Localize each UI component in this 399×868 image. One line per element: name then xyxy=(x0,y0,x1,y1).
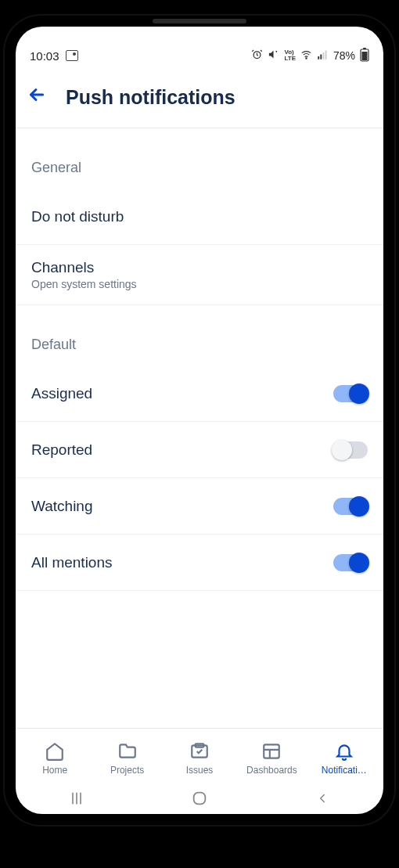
section-default: Default xyxy=(16,305,383,366)
row-assigned[interactable]: Assigned xyxy=(16,366,383,422)
app-header: Push notifications xyxy=(16,70,383,128)
issues-icon xyxy=(189,741,210,762)
sys-back-button[interactable] xyxy=(313,789,332,808)
dashboard-icon xyxy=(261,741,282,762)
svg-rect-8 xyxy=(363,48,366,49)
folder-icon xyxy=(117,741,138,762)
page-title: Push notifications xyxy=(66,86,235,109)
screenshot-icon xyxy=(66,50,78,61)
assigned-toggle[interactable] xyxy=(333,385,368,402)
row-dnd[interactable]: Do not disturb xyxy=(16,189,383,245)
back-icon[interactable] xyxy=(27,85,47,110)
svg-rect-3 xyxy=(320,55,322,59)
bottom-nav: Home Projects Issues Dashboards Notifica… xyxy=(16,728,383,783)
nav-projects-label: Projects xyxy=(110,765,144,776)
battery-icon xyxy=(360,48,369,64)
mute-icon xyxy=(268,49,279,63)
row-watching[interactable]: Watching xyxy=(16,478,383,535)
svg-point-1 xyxy=(306,58,307,59)
svg-rect-5 xyxy=(325,51,327,59)
battery-percent: 78% xyxy=(333,49,355,62)
nav-home[interactable]: Home xyxy=(19,741,91,776)
channels-label: Channels xyxy=(31,259,137,276)
svg-rect-4 xyxy=(322,52,324,59)
nav-issues-label: Issues xyxy=(186,765,214,776)
nav-home-label: Home xyxy=(42,765,67,776)
mentions-label: All mentions xyxy=(31,554,113,571)
status-bar: 10:03 Vo)LTE 78% xyxy=(16,41,383,70)
nav-issues[interactable]: Issues xyxy=(164,741,235,776)
home-icon xyxy=(45,741,65,762)
row-mentions[interactable]: All mentions xyxy=(16,535,383,591)
nav-notifications-label: Notificati… xyxy=(322,765,367,776)
mentions-toggle[interactable] xyxy=(333,554,368,571)
svg-rect-11 xyxy=(264,744,280,758)
watching-toggle[interactable] xyxy=(333,498,368,515)
svg-rect-2 xyxy=(318,56,319,59)
volte-icon: Vo)LTE xyxy=(284,49,296,62)
assigned-label: Assigned xyxy=(31,385,92,402)
row-channels[interactable]: Channels Open system settings xyxy=(16,245,383,305)
dnd-label: Do not disturb xyxy=(31,208,124,225)
svg-rect-7 xyxy=(362,52,368,60)
sys-home-button[interactable] xyxy=(190,789,209,808)
status-time: 10:03 xyxy=(30,49,59,63)
wifi-icon xyxy=(300,49,312,63)
nav-dashboards-label: Dashboards xyxy=(246,765,297,776)
reported-toggle[interactable] xyxy=(333,441,368,459)
nav-projects[interactable]: Projects xyxy=(91,741,163,776)
bell-icon xyxy=(334,741,354,762)
watching-label: Watching xyxy=(31,498,93,515)
row-reported[interactable]: Reported xyxy=(16,422,383,478)
system-nav xyxy=(16,783,383,814)
signal-icon xyxy=(317,49,329,63)
nav-dashboards[interactable]: Dashboards xyxy=(235,741,307,776)
sys-recent-button[interactable] xyxy=(67,789,86,808)
alarm-icon xyxy=(251,49,263,63)
reported-label: Reported xyxy=(31,441,92,459)
section-general: General xyxy=(16,128,383,189)
nav-notifications[interactable]: Notificati… xyxy=(308,741,380,776)
svg-rect-12 xyxy=(194,793,206,805)
channels-sublabel: Open system settings xyxy=(31,278,137,290)
